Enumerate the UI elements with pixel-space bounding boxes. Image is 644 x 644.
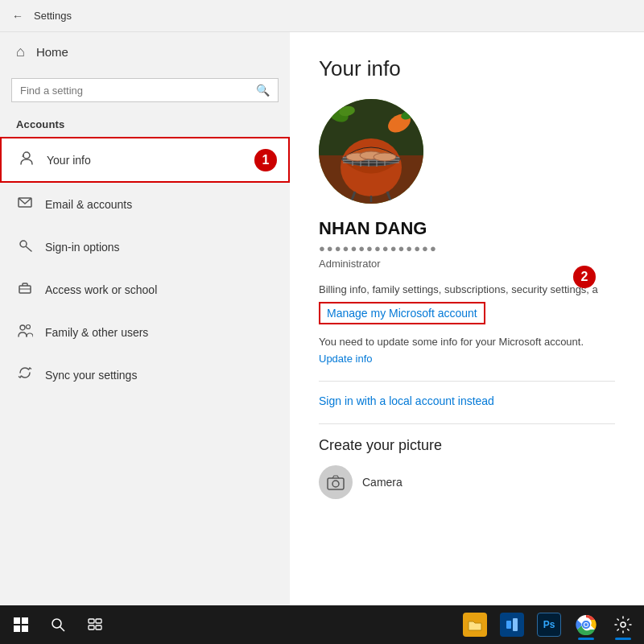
svg-rect-32: [328, 478, 344, 489]
svg-line-39: [60, 627, 65, 632]
svg-rect-44: [503, 616, 521, 634]
billing-text: Billing info, family settings, subscript…: [319, 283, 615, 297]
taskbar-photoshop[interactable]: Ps: [531, 607, 567, 642]
svg-rect-37: [22, 625, 28, 632]
divider-2: [319, 423, 615, 424]
sign-in-local-link[interactable]: Sign in with a local account instead: [319, 394, 615, 407]
svg-rect-41: [96, 619, 101, 623]
nav-item-email-accounts[interactable]: Email & accounts: [0, 183, 290, 225]
create-picture-title: Create your picture: [319, 437, 615, 454]
home-label: Home: [36, 45, 68, 59]
start-button[interactable]: [3, 607, 39, 642]
camera-circle-icon: [319, 465, 353, 499]
manage-microsoft-link[interactable]: Manage my Microsoft account: [320, 303, 484, 323]
search-box: 🔍: [11, 78, 279, 102]
svg-rect-36: [14, 625, 20, 632]
sync-icon: [16, 365, 34, 385]
svg-rect-35: [22, 617, 28, 624]
content-panel: Your info: [290, 32, 644, 605]
camera-item[interactable]: Camera: [319, 465, 615, 499]
settings-active-bar: [615, 638, 631, 640]
key-icon: [16, 237, 34, 257]
user-email-masked: ●●●●●●●●●●●●●●●: [319, 242, 615, 254]
svg-point-0: [23, 152, 30, 159]
svg-point-24: [374, 153, 396, 161]
person-icon: [18, 150, 35, 170]
title-bar-label: Settings: [34, 10, 72, 22]
title-bar: ← Settings: [0, 0, 644, 32]
svg-point-33: [332, 481, 339, 487]
nav-label-sign-in: Sign-in options: [45, 241, 120, 254]
svg-rect-43: [96, 625, 101, 630]
family-icon: [16, 322, 34, 342]
svg-rect-40: [89, 619, 94, 623]
update-notice: You need to update some info for your Mi…: [319, 336, 615, 348]
taskbar-search[interactable]: [40, 607, 76, 642]
nav-label-your-info: Your info: [47, 154, 91, 167]
svg-rect-45: [506, 621, 511, 629]
svg-rect-46: [513, 618, 518, 631]
page-title: Your info: [319, 56, 615, 81]
taskbar: Ps: [0, 605, 644, 644]
home-icon: ⌂: [16, 43, 25, 60]
user-role: Administrator: [319, 258, 615, 270]
accounts-section-label: Accounts: [0, 114, 290, 137]
nav-label-sync: Sync your settings: [45, 369, 137, 382]
divider-1: [319, 381, 615, 382]
email-icon: [16, 194, 34, 214]
avatar: [319, 99, 423, 204]
svg-rect-42: [89, 625, 94, 630]
taskbar-settings[interactable]: [605, 607, 641, 642]
user-name: NHAN DANG: [319, 218, 615, 239]
sidebar-home[interactable]: ⌂ Home: [0, 32, 290, 72]
search-input[interactable]: [20, 85, 250, 97]
nav-label-access-work: Access work or school: [45, 283, 157, 296]
taskbar-chrome[interactable]: [568, 607, 604, 642]
search-icon: 🔍: [256, 84, 270, 97]
taskbar-file-explorer[interactable]: [457, 607, 493, 642]
nav-item-sign-in[interactable]: Sign-in options: [0, 225, 290, 268]
taskbar-taskview[interactable]: [77, 607, 113, 642]
nav-label-family-users: Family & other users: [45, 326, 148, 339]
nav-item-access-work[interactable]: Access work or school: [0, 268, 290, 311]
svg-point-51: [584, 623, 588, 626]
svg-point-8: [27, 325, 31, 329]
badge-2: 2: [573, 266, 596, 288]
nav-item-family-users[interactable]: Family & other users: [0, 311, 290, 353]
svg-point-3: [20, 241, 27, 247]
chrome-active-bar: [578, 638, 594, 640]
nav-label-email-accounts: Email & accounts: [45, 198, 132, 211]
taskbar-store[interactable]: [494, 607, 530, 642]
svg-rect-34: [14, 617, 20, 624]
main-layout: ⌂ Home 🔍 Accounts Your info 1: [0, 32, 644, 605]
back-button[interactable]: ←: [10, 8, 26, 24]
nav-item-sync[interactable]: Sync your settings: [0, 353, 290, 396]
svg-point-52: [621, 622, 625, 627]
badge-1: 1: [254, 149, 277, 171]
nav-item-your-info[interactable]: Your info 1: [0, 137, 290, 183]
manage-link-box: Manage my Microsoft account: [319, 302, 485, 324]
briefcase-icon: [16, 279, 34, 299]
camera-label: Camera: [362, 476, 402, 489]
svg-point-38: [52, 619, 61, 628]
svg-point-7: [20, 325, 25, 330]
sidebar: ⌂ Home 🔍 Accounts Your info 1: [0, 32, 290, 605]
update-info-link[interactable]: Update info: [319, 353, 615, 365]
svg-line-4: [27, 247, 32, 252]
